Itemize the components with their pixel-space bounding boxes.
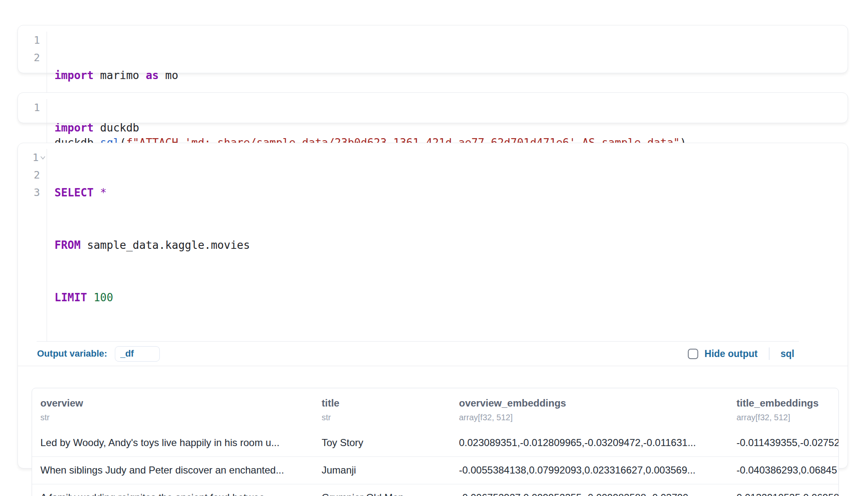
cell-title: Grumpier Old Men xyxy=(315,484,452,496)
sql-code-editor[interactable]: SELECT * FROM sample_data.kaggle.movies … xyxy=(47,149,250,341)
line-number: 1 xyxy=(34,99,40,117)
notebook-cell-python-imports: 1 2 import marimo as mo import duckdb xyxy=(17,25,848,73)
code-line: FROM sample_data.kaggle.movies xyxy=(55,236,250,254)
table-row: Led by Woody, Andy's toys live happily i… xyxy=(32,429,839,456)
line-number: 1 xyxy=(32,149,39,166)
cell-output-area: overview str title str overview_embeddin… xyxy=(18,366,848,496)
hide-output-label: Hide output xyxy=(704,348,758,360)
footer-separator xyxy=(769,347,769,360)
table-header-row: overview str title str overview_embeddin… xyxy=(32,388,839,429)
line-number: 3 xyxy=(34,184,40,201)
column-header-title[interactable]: title str xyxy=(315,388,452,429)
cell-overview-embeddings: -0.0055384138,0.07992093,0.023316627,0.0… xyxy=(452,456,730,484)
column-header-title-embeddings[interactable]: title_embeddings array[f32, 512] xyxy=(730,388,839,429)
cell-overview-embeddings: 0.023089351,-0.012809965,-0.03209472,-0.… xyxy=(452,429,730,456)
cell-overview: When siblings Judy and Peter discover an… xyxy=(32,456,315,484)
cell-overview: Led by Woody, Andy's toys live happily i… xyxy=(32,429,315,456)
code-line: import marimo as mo xyxy=(55,67,178,84)
code-line: SELECT * xyxy=(55,184,250,201)
code-line: LIMIT 100 xyxy=(55,289,250,306)
notebook-cell-sql-query: 1 2 3 SELECT * FROM sample_data.kaggle.m… xyxy=(17,143,848,469)
cell-title: Jumanji xyxy=(315,456,452,484)
column-header-overview[interactable]: overview str xyxy=(32,388,315,429)
cell-title: Toy Story xyxy=(315,429,452,456)
cell-overview: A family wedding reignites the ancient f… xyxy=(32,484,315,496)
line-number-gutter: 1 2 3 xyxy=(18,149,47,341)
notebook-cell-duckdb-attach: 1 duckdb.sql(f"ATTACH 'md:_share/sample_… xyxy=(17,92,848,123)
dataframe-table: overview str title str overview_embeddin… xyxy=(32,388,839,496)
cell-title-embeddings: -0.040386293,0.06845 xyxy=(730,456,839,484)
line-number: 1 xyxy=(34,32,40,49)
cell-title-embeddings: -0.011439355,-0.02752 xyxy=(730,429,839,456)
table-row: A family wedding reignites the ancient f… xyxy=(32,484,839,496)
column-header-overview-embeddings[interactable]: overview_embeddings array[f32, 512] xyxy=(452,388,730,429)
cell-title-embeddings: 0.0132910535,0.06958 xyxy=(730,484,839,496)
table-row: When siblings Judy and Peter discover an… xyxy=(32,456,839,484)
fold-chevron-icon[interactable] xyxy=(40,156,46,160)
line-number: 2 xyxy=(34,166,40,184)
language-badge[interactable]: sql xyxy=(781,348,794,360)
hide-output-checkbox[interactable] xyxy=(688,349,698,359)
line-number: 2 xyxy=(34,49,40,67)
output-variable-input[interactable] xyxy=(115,346,160,362)
cell-overview-embeddings: -0.006752927,0.099952355,-0.009982588,-0… xyxy=(452,484,730,496)
sql-cell-footer: Output variable: Hide output sql xyxy=(18,342,848,366)
output-variable-label: Output variable: xyxy=(37,348,107,359)
